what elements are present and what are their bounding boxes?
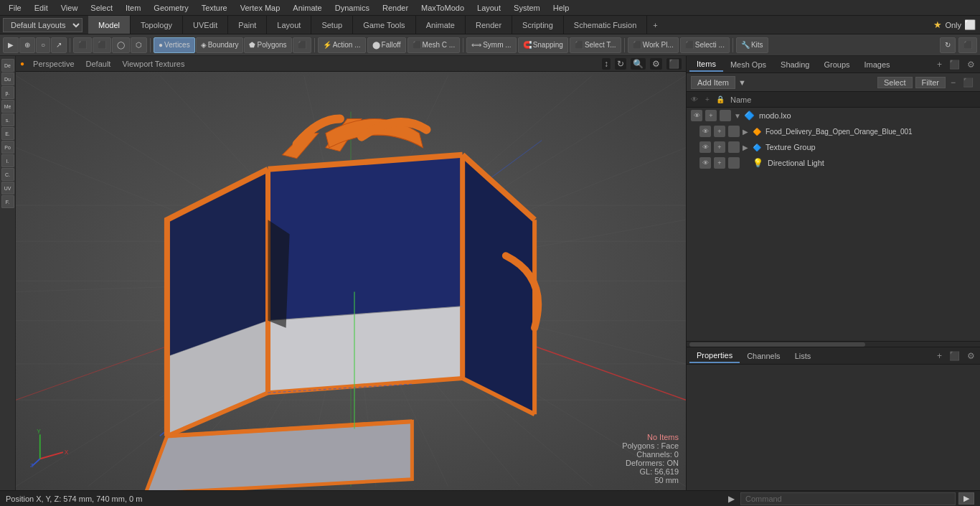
tab-lists[interactable]: Lists — [788, 350, 819, 362]
command-go-button[interactable]: ▶ — [958, 492, 974, 505]
render-eye-0[interactable]: + — [705, 110, 717, 121]
menu-vertex-map[interactable]: Vertex Map — [235, 2, 286, 14]
maximize-icon[interactable]: ⬜ — [964, 19, 976, 30]
sidebar-dup[interactable]: Du — [1, 72, 14, 85]
expand-icon-2[interactable]: ▶ — [743, 144, 750, 151]
transform-tool[interactable]: ⬛ — [93, 37, 111, 53]
lock-eye-2[interactable] — [728, 141, 740, 153]
menu-edit[interactable]: Edit — [29, 2, 54, 14]
sidebar-f[interactable]: F. — [1, 195, 14, 208]
sidebar-l[interactable]: l. — [1, 154, 14, 167]
vp-max-icon[interactable]: ⬛ — [666, 58, 682, 70]
menu-maxtomodo[interactable]: MaxToModo — [415, 2, 470, 14]
snapping-btn[interactable]: 🧲 Snapping — [518, 37, 568, 53]
menu-texture[interactable]: Texture — [196, 2, 233, 14]
tab-animate[interactable]: Animate — [416, 16, 466, 34]
render-eye-2[interactable]: + — [714, 141, 725, 153]
menu-view[interactable]: View — [55, 2, 84, 14]
mesh-mode[interactable]: ⬛ — [293, 37, 311, 53]
tab-game-tools[interactable]: Game Tools — [353, 16, 416, 34]
list-item[interactable]: 👁 + 💡 Directional Light — [687, 155, 980, 171]
sidebar-c[interactable]: C. — [1, 168, 14, 181]
select-tool[interactable]: ▶ — [3, 37, 19, 53]
tab-channels[interactable]: Channels — [740, 350, 787, 362]
tab-render[interactable]: Render — [466, 16, 512, 34]
maximize-viewport-btn[interactable]: ⬛ — [958, 37, 977, 53]
list-item[interactable]: 👁 + ▶ 🔷 Texture Group — [687, 139, 980, 155]
menu-system[interactable]: System — [508, 2, 546, 14]
scale-tool[interactable]: ⬡ — [131, 37, 147, 53]
sidebar-e[interactable]: E. — [1, 127, 14, 140]
menu-dynamics[interactable]: Dynamics — [329, 2, 375, 14]
add-props-tab-icon[interactable]: + — [935, 350, 944, 362]
selecti-btn[interactable]: ⬛ Selecti ... — [680, 37, 730, 53]
expand-icon-0[interactable]: ▼ — [734, 112, 741, 120]
snap-tool[interactable]: ⬛ — [73, 37, 92, 53]
tab-layout[interactable]: Layout — [267, 16, 311, 34]
items-hscrollbar[interactable] — [687, 341, 980, 347]
visibility-eye-3[interactable]: 👁 — [699, 157, 711, 169]
vp-search-icon[interactable]: 🔍 — [631, 58, 646, 70]
lasso-tool[interactable]: ○ — [36, 37, 50, 53]
render-eye-1[interactable]: + — [714, 126, 725, 137]
default-label[interactable]: Default — [83, 58, 114, 70]
minus-icon[interactable]: − — [948, 77, 958, 88]
action-btn[interactable]: ⚡ Action ... — [318, 37, 366, 53]
vp-gear-icon[interactable]: ⚙ — [650, 58, 662, 70]
viewport-canvas[interactable]: X Y Z No Items Polygons : Face Channels:… — [16, 72, 686, 490]
tab-images[interactable]: Images — [857, 58, 897, 71]
textures-label[interactable]: Viewport Textures — [119, 58, 187, 70]
props-settings-icon[interactable]: ⚙ — [965, 350, 977, 362]
arrow-tool[interactable]: ↗ — [51, 37, 67, 53]
vertices-mode[interactable]: ● Vertices — [154, 37, 195, 53]
menu-geometry[interactable]: Geometry — [148, 2, 194, 14]
tab-properties[interactable]: Properties — [689, 349, 740, 363]
vp-rotate-icon[interactable]: ↻ — [615, 58, 626, 70]
tab-paint[interactable]: Paint — [228, 16, 267, 34]
list-item[interactable]: 👁 + ▼ 🔷 modo.lxo — [687, 108, 980, 123]
expand-props-icon[interactable]: ⬛ — [947, 350, 962, 362]
menu-item[interactable]: Item — [120, 2, 146, 14]
items-list-scroll[interactable]: 👁 + ▼ 🔷 modo.lxo 👁 + ▶ 🔶 Food_Delivery_B… — [687, 108, 980, 341]
menu-layout[interactable]: Layout — [471, 2, 507, 14]
vp-arrows-icon[interactable]: ↕ — [602, 58, 611, 70]
sidebar-mes[interactable]: Me — [1, 100, 14, 113]
symm-btn[interactable]: ⟺ Symm ... — [466, 37, 516, 53]
tab-mesh-ops[interactable]: Mesh Ops — [723, 58, 773, 71]
render-eye-3[interactable]: + — [714, 157, 725, 169]
lock-eye-0[interactable] — [720, 110, 731, 121]
tab-model[interactable]: Model — [88, 16, 131, 34]
kits-btn[interactable]: 🔧 Kits — [736, 37, 768, 53]
refresh-btn[interactable]: ↻ — [940, 37, 956, 53]
tab-uvedit[interactable]: UVEdit — [183, 16, 228, 34]
items-hscroll-thumb[interactable] — [689, 342, 865, 347]
add-item-expand-icon[interactable]: ▼ — [738, 78, 746, 87]
tab-shading[interactable]: Shading — [773, 58, 816, 71]
add-layout-button[interactable]: + — [647, 18, 663, 32]
add-item-button[interactable]: Add Item — [691, 76, 735, 89]
expand-icon-1[interactable]: ▶ — [743, 128, 750, 136]
menu-help[interactable]: Help — [547, 2, 575, 14]
collapse-icon[interactable]: ⬛ — [961, 77, 976, 88]
workpl-btn[interactable]: ⬛ Work Pl... — [628, 37, 679, 53]
perspective-label[interactable]: Perspective — [30, 58, 77, 70]
add-select-tool[interactable]: ⊕ — [19, 37, 35, 53]
tab-topology[interactable]: Topology — [131, 16, 183, 34]
menu-animate[interactable]: Animate — [287, 2, 327, 14]
visibility-eye-2[interactable]: 👁 — [699, 141, 711, 153]
menu-select[interactable]: Select — [85, 2, 118, 14]
visibility-eye-0[interactable]: 👁 — [691, 110, 702, 121]
tab-scripting[interactable]: Scripting — [512, 16, 564, 34]
add-tab-icon[interactable]: + — [935, 59, 944, 70]
tab-groups[interactable]: Groups — [816, 58, 857, 71]
menu-file[interactable]: File — [3, 2, 27, 14]
select-button[interactable]: Select — [877, 77, 913, 88]
expand-panels-icon[interactable]: ⬛ — [947, 59, 962, 70]
mesh-c-btn[interactable]: ⬛ Mesh C ... — [407, 37, 461, 53]
sidebar-de[interactable]: De — [1, 59, 14, 72]
visibility-eye-1[interactable]: 👁 — [699, 126, 711, 137]
layout-dropdown[interactable]: Default Layouts — [3, 18, 83, 32]
tab-items[interactable]: Items — [689, 57, 723, 72]
rotate-tool[interactable]: ◯ — [112, 37, 130, 53]
command-input[interactable]: Command — [740, 492, 956, 505]
